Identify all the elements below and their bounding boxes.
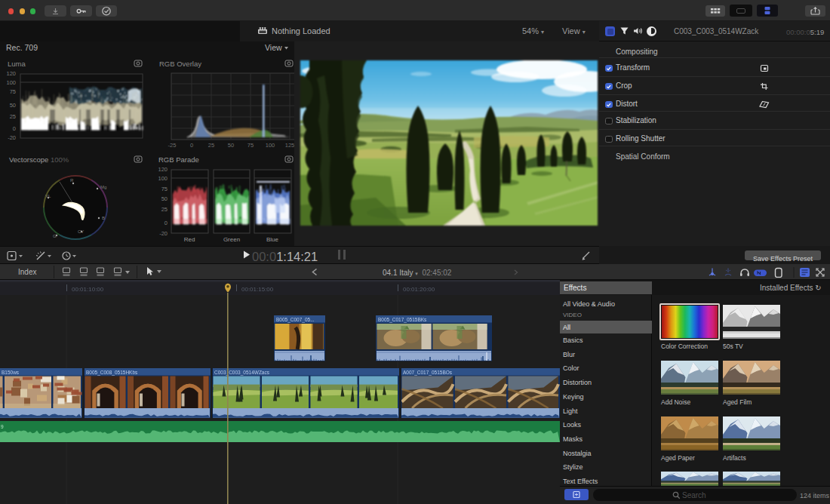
svg-text:0: 0 — [190, 142, 193, 149]
svg-text:120: 120 — [6, 70, 16, 77]
svg-text:RGB Overlay: RGB Overlay — [159, 60, 201, 68]
svg-text:B: B — [102, 216, 105, 220]
svg-text:100: 100 — [158, 175, 168, 182]
svg-text:50: 50 — [161, 195, 168, 202]
svg-text:Mg: Mg — [100, 185, 106, 189]
svg-text:0: 0 — [13, 125, 16, 132]
svg-text:9: 9 — [1, 424, 4, 429]
svg-text:B005_C008_0515HKbs: B005_C008_0515HKbs — [86, 370, 138, 376]
svg-text:G: G — [53, 234, 57, 238]
svg-text:0: 0 — [164, 220, 168, 226]
svg-text:B005_C017_0515BKs: B005_C017_0515BKs — [378, 317, 427, 323]
svg-text:R: R — [70, 178, 74, 183]
svg-text:75: 75 — [161, 186, 168, 192]
svg-text:Blue: Blue — [266, 236, 279, 243]
svg-text:50: 50 — [10, 102, 16, 109]
svg-text:RGB Parade: RGB Parade — [158, 155, 199, 164]
svg-text:75: 75 — [10, 88, 16, 95]
svg-text:100: 100 — [6, 79, 16, 86]
svg-text:-20: -20 — [8, 134, 16, 141]
svg-text:A007_C017_0515BOs: A007_C017_0515BOs — [403, 370, 453, 376]
svg-text:50: 50 — [228, 142, 234, 149]
svg-text:25: 25 — [161, 206, 168, 213]
svg-text:-25: -25 — [168, 142, 177, 149]
svg-text:CY: CY — [78, 229, 84, 234]
svg-text:120: 120 — [158, 166, 168, 173]
svg-text:00:01:20:00: 00:01:20:00 — [403, 286, 435, 293]
svg-text:00:01:15:00: 00:01:15:00 — [241, 286, 274, 293]
svg-text:Rec. 709: Rec. 709 — [6, 43, 38, 52]
svg-text:Red: Red — [184, 236, 195, 243]
svg-text:75: 75 — [247, 142, 254, 149]
svg-text:YL: YL — [45, 194, 51, 198]
svg-text:Luma: Luma — [8, 60, 26, 68]
svg-text:View: View — [265, 43, 282, 52]
svg-text:B150ws: B150ws — [2, 370, 20, 375]
svg-text:Vectorscope 100%: Vectorscope 100% — [9, 155, 69, 164]
svg-text:-20: -20 — [159, 230, 168, 237]
svg-text:Green: Green — [223, 236, 240, 243]
svg-text:25: 25 — [10, 113, 16, 120]
svg-text:C003_C003_0514WZacs: C003_C003_0514WZacs — [214, 370, 270, 376]
svg-text:100: 100 — [266, 142, 275, 149]
svg-text:25: 25 — [208, 142, 214, 149]
svg-text:00:01:10:00: 00:01:10:00 — [72, 286, 104, 293]
svg-text:125: 125 — [285, 142, 294, 149]
svg-text:B005_C007_05...: B005_C007_05... — [276, 317, 315, 323]
